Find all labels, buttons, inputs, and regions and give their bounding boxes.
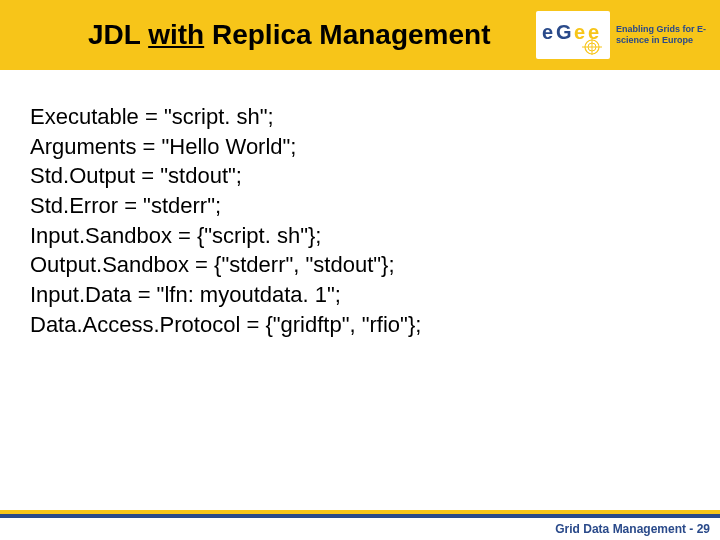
logo-area: e G e e Enabling Grids for E-science in … (536, 11, 708, 59)
code-line: Arguments = "Hello World"; (30, 132, 690, 162)
logo-tagline: Enabling Grids for E-science in Europe (616, 24, 708, 47)
code-line: Data.Access.Protocol = {"gridftp", "rfio… (30, 310, 690, 340)
code-line: Input.Sandbox = {"script. sh"}; (30, 221, 690, 251)
egee-logo-icon: e G e e (536, 11, 610, 59)
code-line: Std.Error = "stderr"; (30, 191, 690, 221)
code-line: Std.Output = "stdout"; (30, 161, 690, 191)
title-underline: with (148, 19, 204, 50)
code-line: Input.Data = "lfn: myoutdata. 1"; (30, 280, 690, 310)
footer-text: Grid Data Management - 29 (555, 522, 710, 536)
slide-title: JDL with Replica Management (0, 19, 490, 51)
code-line: Executable = "script. sh"; (30, 102, 690, 132)
code-line: Output.Sandbox = {"stderr", "stdout"}; (30, 250, 690, 280)
slide-content: Executable = "script. sh"; Arguments = "… (0, 70, 720, 340)
svg-text:G: G (556, 21, 572, 43)
title-post: Replica Management (204, 19, 490, 50)
svg-text:e: e (542, 21, 553, 43)
title-pre: JDL (88, 19, 148, 50)
svg-text:e: e (574, 21, 585, 43)
footer-shadow (0, 514, 720, 518)
slide-header: JDL with Replica Management e G e e Enab… (0, 0, 720, 70)
